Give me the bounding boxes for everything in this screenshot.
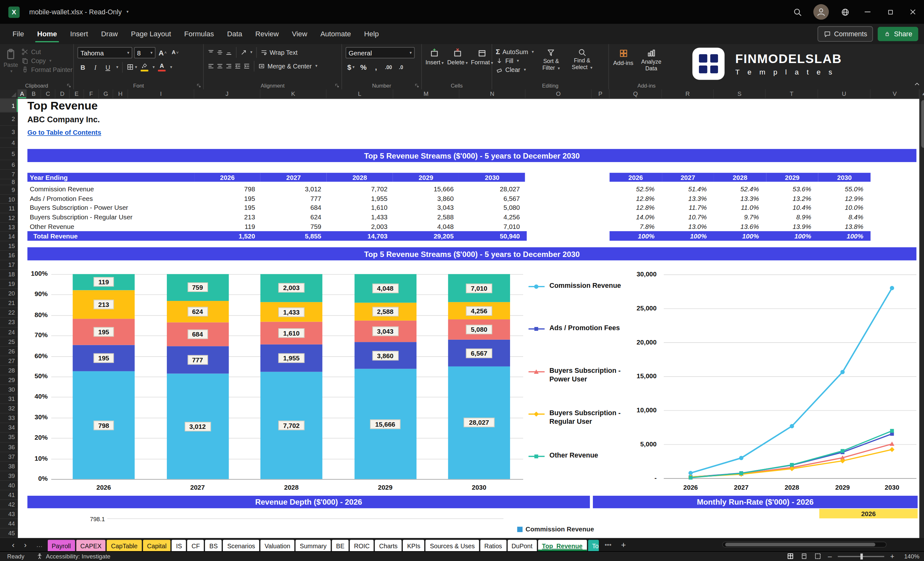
row-header-32[interactable]: 32 xyxy=(0,404,18,414)
align-center-icon[interactable] xyxy=(216,62,223,69)
menu-tab-file[interactable]: File xyxy=(6,24,31,44)
font-name-select[interactable]: Tahoma▾ xyxy=(77,47,132,58)
row-header-30[interactable]: 30 xyxy=(0,385,18,394)
pct-cell[interactable]: 13.2% xyxy=(766,194,818,203)
table-cell[interactable]: 195 xyxy=(194,194,261,203)
copy-button[interactable]: Copy▾ xyxy=(22,57,73,64)
table-row-label[interactable]: Other Revenue xyxy=(27,222,194,231)
scroll-up-arrow[interactable]: ▲ xyxy=(920,90,924,98)
format-painter-button[interactable]: Format Painter xyxy=(22,66,73,73)
column-header-M[interactable]: M xyxy=(393,90,459,98)
table-year-header[interactable]: 2026 xyxy=(194,173,261,182)
menu-tab-automate[interactable]: Automate xyxy=(314,24,358,44)
menu-tab-data[interactable]: Data xyxy=(220,24,249,44)
table-cell[interactable]: 1,433 xyxy=(327,212,393,221)
total-cell[interactable]: 14,703 xyxy=(327,231,393,241)
row-header-9[interactable]: 9 xyxy=(0,185,18,195)
maximize-button[interactable] xyxy=(879,0,902,24)
total-cell[interactable]: 1,520 xyxy=(194,231,261,241)
table-cell[interactable]: 4,048 xyxy=(393,222,459,231)
pct-cell[interactable]: 7.8% xyxy=(609,222,662,231)
pct-total-cell[interactable]: 100% xyxy=(662,231,714,241)
total-cell[interactable]: 5,855 xyxy=(261,231,327,241)
row-header-31[interactable]: 31 xyxy=(0,394,18,404)
row-header-14[interactable]: 14 xyxy=(0,232,18,242)
sheet-tab-dupont[interactable]: DuPont xyxy=(507,540,537,551)
row-header-7[interactable]: 7 xyxy=(0,170,18,179)
row-header-28[interactable]: 28 xyxy=(0,366,18,375)
pct-cell[interactable]: 9.7% xyxy=(714,212,766,221)
row-header-40[interactable]: 40 xyxy=(0,481,18,490)
collapse-ribbon-button[interactable] xyxy=(914,81,921,87)
pct-cell[interactable]: 12.8% xyxy=(609,194,662,203)
pct-year-header[interactable]: 2028 xyxy=(714,173,766,182)
pct-cell[interactable]: 13.3% xyxy=(662,194,714,203)
zoom-level[interactable]: 140% xyxy=(900,553,920,560)
total-cell[interactable]: 29,205 xyxy=(393,231,459,241)
borders-button[interactable]: ▾ xyxy=(126,62,137,73)
alignment-dialog-launcher[interactable] xyxy=(334,83,340,88)
row-header-8[interactable]: 8 xyxy=(0,179,18,185)
worksheet[interactable]: Top Revenue ABC Company Inc. Go to Table… xyxy=(18,99,919,538)
banner-revenue-depth[interactable]: Revenue Depth ($'000) - 2026 xyxy=(27,496,590,508)
pct-cell[interactable]: 13.6% xyxy=(714,222,766,231)
row-header-45[interactable]: 45 xyxy=(0,528,18,538)
addins-button[interactable]: Add-ins xyxy=(613,47,634,66)
row-header-20[interactable]: 20 xyxy=(0,289,18,298)
row-header-43[interactable]: 43 xyxy=(0,509,18,519)
normal-view-button[interactable] xyxy=(787,552,794,560)
column-header-O[interactable]: O xyxy=(526,90,592,98)
row-header-6[interactable]: 6 xyxy=(0,160,18,170)
menu-tab-home[interactable]: Home xyxy=(31,24,64,44)
minimize-button[interactable] xyxy=(856,0,879,24)
row-header-26[interactable]: 26 xyxy=(0,347,18,356)
zoom-out-button[interactable]: – xyxy=(828,552,832,560)
sheet-tab-payroll[interactable]: Payroll xyxy=(48,540,75,551)
row-header-5[interactable]: 5 xyxy=(0,148,18,160)
table-cell[interactable]: 3,860 xyxy=(393,194,459,203)
column-header-F[interactable]: F xyxy=(84,90,99,98)
column-header-L[interactable]: L xyxy=(327,90,393,98)
table-cell[interactable]: 15,666 xyxy=(393,184,459,193)
pct-cell[interactable]: 13.0% xyxy=(662,222,714,231)
row-header-44[interactable]: 44 xyxy=(0,519,18,528)
vertical-scroll-thumb[interactable] xyxy=(921,100,924,148)
sheet-tab-captable[interactable]: CapTable xyxy=(107,540,142,551)
row-header-1[interactable]: 1 xyxy=(0,99,18,113)
insert-cells-button[interactable]: Insert▾ xyxy=(425,47,444,66)
number-format-select[interactable]: General▾ xyxy=(345,47,414,58)
table-cell[interactable]: 1,955 xyxy=(327,194,393,203)
row-header-13[interactable]: 13 xyxy=(0,222,18,232)
search-icon[interactable] xyxy=(786,0,808,24)
table-cell[interactable]: 2,003 xyxy=(327,222,393,231)
zoom-thumb[interactable] xyxy=(860,554,862,560)
table-cell[interactable]: 798 xyxy=(194,184,261,193)
table-cell[interactable]: 3,012 xyxy=(261,184,327,193)
pct-year-header[interactable]: 2029 xyxy=(766,173,818,182)
sheet-tab-capital[interactable]: Capital xyxy=(143,540,171,551)
zoom-slider[interactable] xyxy=(838,556,884,557)
menu-tab-help[interactable]: Help xyxy=(358,24,385,44)
row-header-23[interactable]: 23 xyxy=(0,318,18,327)
share-button[interactable]: Share xyxy=(878,27,918,41)
align-middle-icon[interactable] xyxy=(216,49,223,56)
new-sheet-button[interactable]: + xyxy=(616,540,631,549)
row-header-3[interactable]: 3 xyxy=(0,126,18,138)
pct-total-cell[interactable]: 100% xyxy=(818,231,870,241)
sheet-tab-to[interactable]: To xyxy=(588,540,598,551)
row-header-34[interactable]: 34 xyxy=(0,423,18,433)
menu-tab-insert[interactable]: Insert xyxy=(64,24,94,44)
column-header-C[interactable]: C xyxy=(41,90,56,98)
row-header-10[interactable]: 10 xyxy=(0,195,18,204)
row-header-16[interactable]: 16 xyxy=(0,251,18,261)
table-cell[interactable]: 777 xyxy=(261,194,327,203)
table-row-label[interactable]: Commission Revenue xyxy=(27,184,194,193)
align-top-icon[interactable] xyxy=(207,49,214,56)
pct-cell[interactable]: 14.0% xyxy=(609,212,662,221)
column-header-D[interactable]: D xyxy=(56,90,70,98)
pct-cell[interactable]: 52.5% xyxy=(609,184,662,193)
autosum-button[interactable]: ΣAutoSum▾ xyxy=(496,48,534,56)
toc-link[interactable]: Go to Table of Contents xyxy=(27,129,101,136)
underline-button[interactable]: U xyxy=(102,62,113,73)
column-header-Q[interactable]: Q xyxy=(609,90,662,98)
